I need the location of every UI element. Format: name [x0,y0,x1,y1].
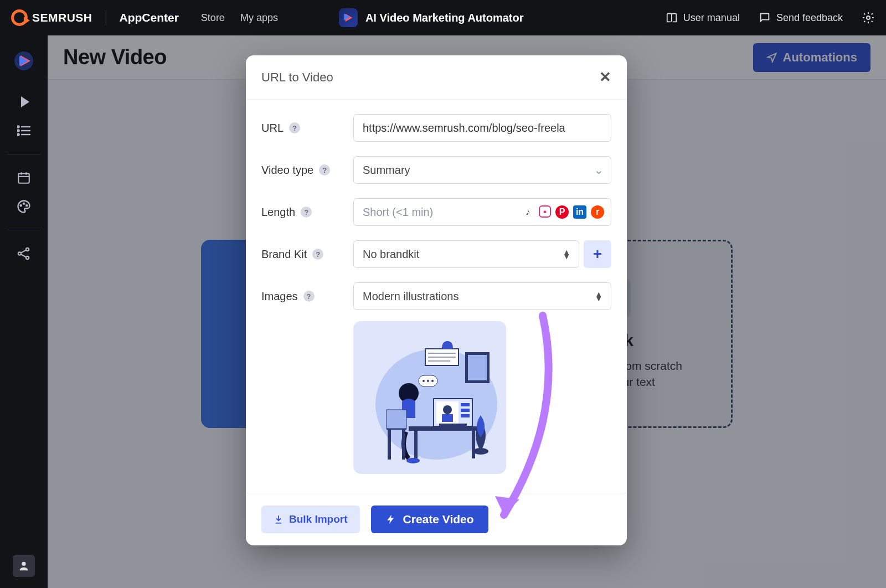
semrush-icon [11,9,28,26]
brand-text: SEMRUSH [32,11,92,24]
svg-point-16 [20,205,22,206]
nav-myapps[interactable]: My apps [240,12,278,24]
reddit-icon: r [591,205,604,219]
rail-play-icon[interactable] [11,89,37,115]
rail-list-icon[interactable] [11,117,37,144]
top-nav: Store My apps [201,12,278,24]
top-bar: SEMRUSH AppCenter Store My apps AI Video… [0,0,886,35]
add-brand-kit-button[interactable]: + [584,240,611,268]
length-select[interactable]: Short (<1 min) ♪ ● P in r [353,198,611,226]
label-video-type: Video type [261,164,313,177]
appcenter-label[interactable]: AppCenter [120,11,179,24]
rail-divider-2 [7,230,40,230]
rail-profile-icon[interactable] [13,555,35,577]
nav-store[interactable]: Store [201,12,225,24]
url-input[interactable] [353,114,611,142]
close-icon[interactable]: ✕ [599,69,611,86]
semrush-logo[interactable]: SEMRUSH [11,9,92,26]
illustration-preview [353,321,506,474]
label-images: Images [261,290,298,303]
rail-share-icon[interactable] [11,240,37,267]
svg-rect-43 [461,409,470,412]
label-url: URL [261,122,284,135]
help-icon[interactable]: ? [312,249,323,260]
svg-point-2 [867,16,870,19]
svg-rect-49 [388,430,391,460]
pinterest-icon: P [555,205,569,219]
help-icon[interactable]: ? [301,207,312,218]
settings-button[interactable] [862,11,875,24]
svg-rect-45 [439,424,467,427]
svg-point-11 [17,133,19,135]
book-icon [666,12,678,24]
instagram-icon: ● [539,205,551,218]
create-video-button[interactable]: Create Video [371,506,488,533]
import-icon [274,514,284,524]
svg-rect-51 [387,410,406,429]
video-type-select[interactable]: ⌄ [353,156,611,184]
app-name: AI Video Marketing Automator [365,12,524,24]
brand-block: SEMRUSH AppCenter [11,9,179,26]
modal-footer: Bulk Import Create Video [246,493,627,545]
brand-kit-select[interactable]: ▲▼ [353,240,579,268]
help-icon[interactable]: ? [289,122,300,133]
brand-separator [106,10,106,25]
svg-point-18 [26,205,27,206]
svg-point-10 [17,130,19,131]
rail-divider [7,154,40,154]
svg-line-23 [21,254,27,257]
chevron-down-icon: ⌄ [594,163,604,177]
social-icons: ♪ ● P in r [521,205,604,219]
svg-rect-36 [414,431,418,458]
svg-point-40 [443,405,452,414]
modal-header: URL to Video ✕ [246,55,627,100]
rail-app-icon[interactable] [11,48,37,74]
images-select[interactable]: ▲▼ [353,282,611,310]
modal-title: URL to Video [261,70,333,85]
label-brand-kit: Brand Kit [261,248,307,261]
rail-palette-icon[interactable] [11,193,37,220]
url-to-video-modal: URL to Video ✕ URL? Video type? ⌄ Length… [246,55,627,545]
bolt-icon [385,514,396,525]
svg-rect-42 [461,403,470,406]
label-length: Length [261,206,295,219]
chat-icon [759,12,771,24]
svg-rect-35 [409,426,481,431]
linkedin-icon: in [573,205,586,219]
svg-point-56 [431,380,434,382]
app-logo-icon [339,8,358,27]
svg-rect-44 [461,414,470,417]
length-placeholder: Short (<1 min) [363,206,521,219]
svg-point-9 [17,126,19,127]
bulk-import-button[interactable]: Bulk Import [261,506,360,533]
sort-icon: ▲▼ [595,292,602,301]
left-rail [0,35,48,588]
svg-rect-41 [442,414,453,422]
user-manual-link[interactable]: User manual [666,12,740,24]
svg-rect-12 [18,173,29,183]
svg-rect-34 [468,355,487,380]
svg-point-54 [423,380,425,382]
top-right: User manual Send feedback [666,11,875,24]
svg-rect-37 [472,431,475,458]
svg-point-47 [406,458,420,463]
gear-icon [862,11,875,24]
svg-line-22 [21,250,27,253]
modal-body: URL? Video type? ⌄ Length? Short (<1 min… [246,100,627,493]
sort-icon: ▲▼ [563,250,570,259]
help-icon[interactable]: ? [303,291,315,302]
rail-calendar-icon[interactable] [11,164,37,191]
tiktok-icon: ♪ [521,205,534,219]
send-feedback-link[interactable]: Send feedback [759,12,843,24]
svg-point-24 [22,562,25,566]
app-switcher[interactable]: AI Video Marketing Automator [339,8,524,27]
svg-point-17 [23,203,24,204]
svg-rect-50 [402,430,405,460]
svg-point-55 [427,380,429,382]
help-icon[interactable]: ? [319,164,330,176]
